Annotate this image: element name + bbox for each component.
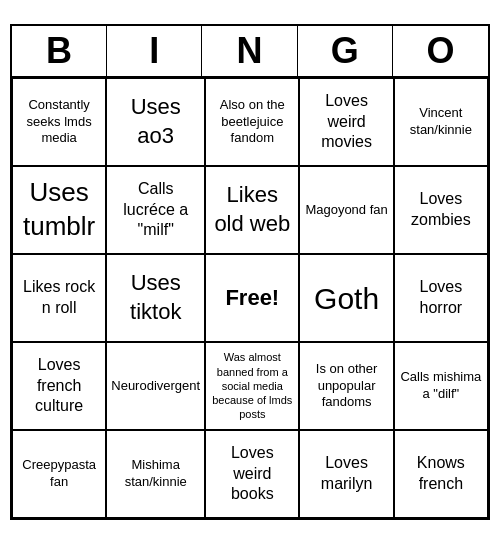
bingo-cell-8[interactable]: Magoyond fan [299,166,393,254]
bingo-cell-19[interactable]: Calls mishima a "dilf" [394,342,488,430]
letter-g: G [298,26,393,76]
bingo-header: B I N G O [12,26,488,78]
bingo-cell-17[interactable]: Was almost banned from a social media be… [205,342,299,430]
bingo-cell-2[interactable]: Also on the beetlejuice fandom [205,78,299,166]
letter-i: I [107,26,202,76]
bingo-cell-24[interactable]: Knows french [394,430,488,518]
letter-o: O [393,26,488,76]
bingo-cell-12[interactable]: Free! [205,254,299,342]
bingo-cell-14[interactable]: Loves horror [394,254,488,342]
bingo-cell-20[interactable]: Creepypasta fan [12,430,106,518]
bingo-cell-1[interactable]: Uses ao3 [106,78,205,166]
bingo-cell-4[interactable]: Vincent stan/kinnie [394,78,488,166]
letter-n: N [202,26,297,76]
bingo-cell-9[interactable]: Loves zombies [394,166,488,254]
bingo-cell-13[interactable]: Goth [299,254,393,342]
bingo-cell-5[interactable]: Uses tumblr [12,166,106,254]
bingo-cell-3[interactable]: Loves weird movies [299,78,393,166]
bingo-cell-22[interactable]: Loves weird books [205,430,299,518]
bingo-cell-21[interactable]: Mishima stan/kinnie [106,430,205,518]
bingo-cell-16[interactable]: Neurodivergent [106,342,205,430]
bingo-cell-11[interactable]: Uses tiktok [106,254,205,342]
bingo-cell-23[interactable]: Loves marilyn [299,430,393,518]
bingo-card: B I N G O Constantly seeks lmds mediaUse… [10,24,490,520]
bingo-cell-0[interactable]: Constantly seeks lmds media [12,78,106,166]
bingo-cell-10[interactable]: Likes rock n roll [12,254,106,342]
bingo-cell-6[interactable]: Calls lucréce a "milf" [106,166,205,254]
bingo-cell-15[interactable]: Loves french culture [12,342,106,430]
bingo-cell-7[interactable]: Likes old web [205,166,299,254]
bingo-grid: Constantly seeks lmds mediaUses ao3Also … [12,78,488,518]
letter-b: B [12,26,107,76]
bingo-cell-18[interactable]: Is on other unpopular fandoms [299,342,393,430]
